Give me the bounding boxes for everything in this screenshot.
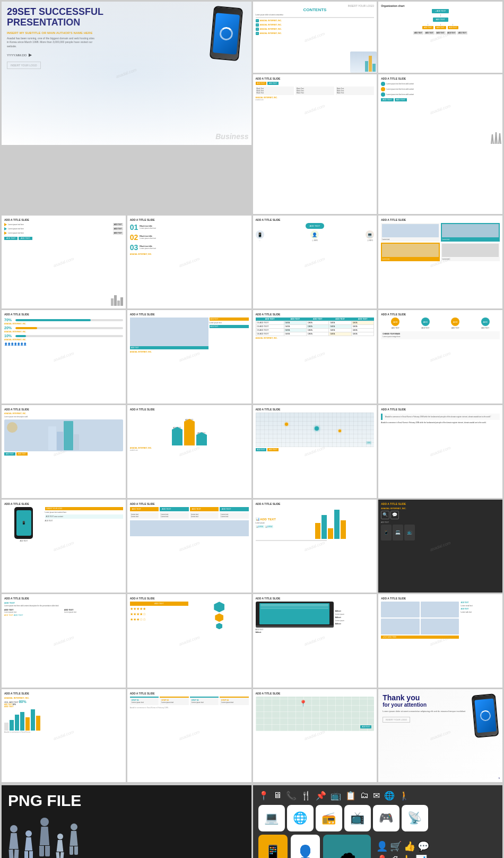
pin-icon: 📍 [258,791,269,801]
slide-contents: asadal.com INSERT YOUR LOGO CONTENTS Lor… [253,2,377,73]
person-5 [68,823,79,855]
fork-icon: 🍴 [301,791,311,801]
cursor-icon: 👆 [402,854,413,858]
hero-desc: Asadal has been running, one of the bigg… [7,37,97,49]
slide-contact: asadal.com ADD A TITLE SLIDE +012 3456 7… [378,594,502,687]
hero-phone [204,7,246,71]
watermark: asadal.com [115,67,137,79]
user-icon: 👤 [376,840,388,852]
slide-cloud: asadal.com ADD A TITLE SLIDE ADD TEXT 📱 … [253,216,377,308]
slide-hex: asadal.com ADD A TITLE SLIDE ADD TEXT ★★… [127,594,251,687]
icons-white-row: 💻 🌐 📻 📺 🎮 📡 [258,805,498,831]
slide-steps: asadal.com ADD A TITLE SLIDE STEP 01 Lor… [127,689,251,782]
clipboard-icon: 📋 [345,791,356,801]
slide-boxes-img: asadal.com ADD A TITLE SLIDE Lorem text … [378,216,502,308]
cloud-icon-box: ☁ [323,835,371,858]
hero-logo: INSERT YOUR LOGO [7,62,41,69]
slide-color-boxes: asadal.com ADD A TITLE SLIDE ADD TEXT AD… [127,500,251,593]
globe-icon-box: 🌐 [287,805,314,831]
thumbtack-icon: 📌 [316,791,326,801]
grid-row-2 [0,145,504,214]
tablet-icon-box: 📱 [258,835,288,858]
slide-text-star: asadal.com ADD A TITLE SLIDE ADD TEXT Lo… [2,594,126,687]
page-wrapper: asadal.com 29SET SUCCESSFUL PRESENTATION… [0,0,504,858]
slide-5 [253,145,377,214]
person-icon: 🚶 [399,791,410,801]
slide-arrows-up: asadal.com ADD A TITLE SLIDE ADD TEXT AD… [127,405,251,498]
slide-4: asadal.com ADD A TITLE SLIDE Lorem ipsum… [378,74,502,145]
thankyou-phone [471,694,500,742]
person-4 [56,834,64,858]
tablet-cloud-row: 📱 👤 ☁ 👤 🛒 👍 💬 📍 🖨 👆 📊 [258,835,498,858]
print-icon: 🖨 [390,854,399,858]
icons-top-row: 📍 🖥 📞 🍴 📌 📺 📋 🗂 ✉ 🌐 🚶 [258,791,498,801]
slide-list-arrows: asadal.com ADD A TITLE SLIDE Lorem ipsum… [2,216,126,308]
slide-dark: asadal.com ADD A TITLE SLIDE ASADAL INTE… [378,500,502,593]
grid-row-1: asadal.com 29SET SUCCESSFUL PRESENTATION… [0,0,504,145]
tv-icon-box: 📺 [344,805,371,831]
slide-map: asadal.com ADD A TITLE SLIDE 📍 ADD TEXT [253,689,377,782]
slides-grid: asadal.com ADD A TITLE SLIDE Lorem ipsum… [0,214,504,784]
chat-icon: 💬 [418,840,429,852]
mail-icon: ✉ [373,791,380,801]
slide-quote: asadal.com ADD A TITLE SLIDE "Asadal to … [378,405,502,498]
png-section: PNG FILE [0,784,504,858]
slide-bar-chart: asadal.com ADD A TITLE SLIDE 📊 ADD TEXT … [253,500,377,593]
slide-org: asadal.com Organization chart + ADD TEXT… [378,2,502,73]
thumbsup-icon: 👍 [404,840,415,852]
slide-table: asadal.com ADD A TITLE SLIDE ADD TEXTADD… [253,310,377,403]
person-2 [24,830,33,858]
globe-icon: 🌐 [384,791,395,801]
laptop-icon-box: 💻 [258,805,285,831]
slide-3: asadal.com ADD A TITLE SLIDE ADD TEXT AD… [253,74,377,145]
person-box: 👤 [291,835,320,858]
radio-icon-box: 📻 [316,805,342,831]
folder-icon: 🗂 [360,791,369,800]
png-right: 📍 🖥 📞 🍴 📌 📺 📋 🗂 ✉ 🌐 🚶 💻 🌐 📻 📺 🎮 📡 [253,785,503,858]
slide-percent: asadal.com ADD A TITLE SLIDE 70% ASADAL … [2,310,126,403]
phone-icon: 📞 [286,791,297,801]
person-3 [38,818,51,856]
gamepad-icon-box: 🎮 [373,805,399,831]
slide-team: asadal.com ADD A TITLE SLIDE ADD TEXT AD… [127,310,251,403]
monitor-icon: 🖥 [273,791,282,800]
png-left: PNG FILE [2,785,251,858]
png-title: PNG FILE [8,792,245,810]
location-icon: 📍 [376,854,388,858]
chart-icon: 📊 [415,854,427,858]
person-1 [8,825,20,858]
slide-bar2: asadal.com ADD A TITLE SLIDE ASADAL INTE… [2,689,126,782]
slide-hero: asadal.com 29SET SUCCESSFUL PRESENTATION… [2,2,251,145]
slide-numbered-steps: asadal.com ADD A TITLE SLIDE 01 Black te… [127,216,251,308]
cart-icon: 🛒 [390,840,402,852]
slide-laptop: asadal.com ADD A TITLE SLIDE ADD TEXT Ad… [253,594,377,687]
slide-world-map: asadal.com ADD A TITLE SLIDE 50% ADD TEX… [253,405,377,498]
slide-thankyou: asadal.com Thank you for your attention … [378,689,502,782]
silhouettes [8,818,245,858]
slide-phone-icons: asadal.com ADD A TITLE SLIDE 📱 ADD TEXT … [2,500,126,593]
hero-biz-text: Business [215,132,248,141]
slide-city: asadal.com ADD A TITLE SLIDE ASADAL INTE… [2,405,126,498]
slide-text-boxes: asadal.com ADD A TITLE SLIDE ADD ADD TEX… [378,310,502,403]
right-icons: 👤 🛒 👍 💬 📍 🖨 👆 📊 [376,840,429,858]
slide-6 [378,145,502,214]
dish-icon-box: 📡 [402,805,428,831]
tv-icon: 📺 [331,791,341,801]
